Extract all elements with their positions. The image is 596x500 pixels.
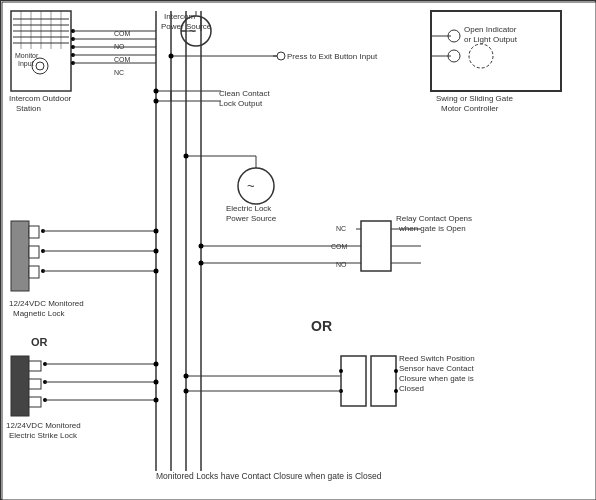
svg-text:Electric Lock: Electric Lock	[226, 204, 272, 213]
wiring-diagram: Monitor Input Intercom Outdoor Station ~…	[0, 0, 596, 500]
svg-text:~: ~	[247, 178, 255, 193]
svg-text:Closure when gate is: Closure when gate is	[399, 374, 474, 383]
svg-point-13	[36, 62, 44, 70]
svg-text:Input: Input	[18, 60, 34, 68]
svg-rect-76	[29, 361, 41, 371]
svg-point-121	[199, 244, 204, 249]
svg-point-118	[154, 398, 159, 403]
svg-text:Intercom Outdoor: Intercom Outdoor	[9, 94, 72, 103]
svg-point-54	[169, 54, 174, 59]
svg-text:Clean Contact: Clean Contact	[219, 89, 270, 98]
svg-text:Sensor have Contact: Sensor have Contact	[399, 364, 474, 373]
svg-point-99	[339, 369, 343, 373]
svg-point-101	[394, 369, 398, 373]
svg-text:Station: Station	[16, 104, 41, 113]
svg-text:Closed: Closed	[399, 384, 424, 393]
svg-text:OR: OR	[311, 318, 332, 334]
svg-rect-78	[29, 397, 41, 407]
svg-text:when gate is Open: when gate is Open	[398, 224, 466, 233]
svg-text:COM: COM	[114, 56, 131, 63]
svg-rect-98	[371, 356, 396, 406]
svg-text:Reed Switch Position: Reed Switch Position	[399, 354, 475, 363]
svg-rect-66	[29, 226, 39, 238]
svg-point-112	[154, 269, 159, 274]
svg-point-60	[154, 99, 159, 104]
svg-rect-75	[11, 356, 29, 416]
svg-text:Monitor: Monitor	[15, 52, 39, 59]
svg-text:12/24VDC Monitored: 12/24VDC Monitored	[6, 421, 81, 430]
svg-point-61	[238, 168, 274, 204]
svg-rect-67	[29, 246, 39, 258]
svg-point-122	[199, 261, 204, 266]
svg-rect-65	[11, 221, 29, 291]
svg-text:Monitored Locks have Contact C: Monitored Locks have Contact Closure whe…	[156, 471, 382, 481]
svg-point-110	[154, 229, 159, 234]
svg-text:Open Indicator: Open Indicator	[464, 25, 517, 34]
svg-rect-97	[341, 356, 366, 406]
svg-text:NO: NO	[336, 261, 347, 268]
svg-point-59	[154, 89, 159, 94]
svg-point-117	[154, 380, 159, 385]
svg-text:Motor Controller: Motor Controller	[441, 104, 499, 113]
svg-rect-84	[361, 221, 391, 271]
svg-text:NC: NC	[114, 69, 124, 76]
svg-text:or Light Output: or Light Output	[464, 35, 518, 44]
svg-text:Press to Exit Button Input: Press to Exit Button Input	[287, 52, 378, 61]
svg-point-35	[469, 44, 493, 68]
svg-text:12/24VDC Monitored: 12/24VDC Monitored	[9, 299, 84, 308]
svg-text:NC: NC	[336, 225, 346, 232]
svg-text:OR: OR	[31, 336, 48, 348]
svg-text:Lock Output: Lock Output	[219, 99, 263, 108]
svg-text:Electric Strike Lock: Electric Strike Lock	[9, 431, 78, 440]
svg-point-126	[184, 389, 189, 394]
svg-point-125	[184, 374, 189, 379]
svg-text:Relay Contact Opens: Relay Contact Opens	[396, 214, 472, 223]
svg-point-102	[394, 389, 398, 393]
svg-text:Intercom: Intercom	[164, 12, 195, 21]
svg-rect-68	[29, 266, 39, 278]
svg-text:Magnetic Lock: Magnetic Lock	[13, 309, 66, 318]
svg-point-111	[154, 249, 159, 254]
svg-point-116	[154, 362, 159, 367]
svg-point-27	[277, 52, 285, 60]
svg-point-129	[184, 154, 189, 159]
svg-rect-77	[29, 379, 41, 389]
svg-text:Power Source: Power Source	[226, 214, 277, 223]
svg-text:Swing or Sliding Gate: Swing or Sliding Gate	[436, 94, 513, 103]
